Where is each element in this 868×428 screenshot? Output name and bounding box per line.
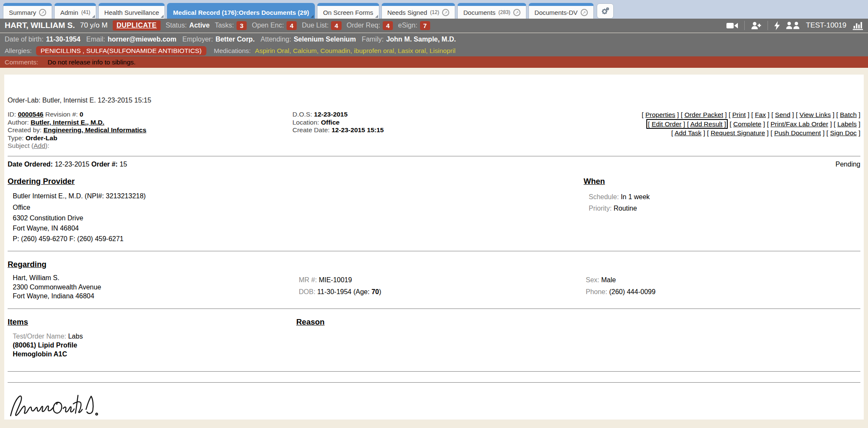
add-person-icon[interactable]: [751, 22, 761, 30]
location-value: Office: [321, 119, 339, 126]
sex-value: Male: [601, 276, 616, 283]
complete-link[interactable]: Complete: [729, 120, 765, 128]
fax-link[interactable]: Fax: [751, 111, 770, 118]
patients-icon[interactable]: [786, 22, 800, 29]
esign-count-badge[interactable]: 7: [420, 21, 430, 30]
signer-name: Butler Internist E., M.D.: [8, 427, 860, 428]
open-enc-count-badge[interactable]: 4: [287, 21, 297, 30]
medication-link[interactable]: Calcium: [293, 47, 320, 54]
order-req-label: Order Req:: [347, 22, 380, 29]
settings-button[interactable]: [597, 3, 614, 19]
chart-id[interactable]: TEST-10019: [806, 21, 846, 30]
batch-link[interactable]: Batch: [836, 111, 860, 118]
document-id-link[interactable]: 0000546: [18, 111, 43, 118]
date-ordered-row: Date Ordered: 12-23-2015 Order #: 15 Pen…: [8, 161, 860, 168]
created-by-link[interactable]: Engineering, Medical Informatics: [43, 126, 146, 133]
ordering-provider-heading: Ordering Provider: [8, 177, 75, 186]
tab-on-screen-forms[interactable]: On Screen Forms: [317, 3, 379, 19]
author-link[interactable]: Butler, Internist E., M.D.: [31, 119, 104, 126]
print-fax-lab-order-link[interactable]: Print/Fax Lab Order: [767, 120, 832, 128]
due-list-label: Due List:: [302, 22, 328, 29]
esign-label: eSign:: [398, 22, 417, 29]
tab-medical-record[interactable]: Medical Record (176):Orders Documents (2…: [167, 3, 315, 19]
popup-icon[interactable]: ↗: [39, 9, 46, 16]
regarding-heading: Regarding: [8, 260, 46, 269]
page: Summary ↗ Admin (41) Health Surveillance…: [0, 0, 868, 428]
comments-text: Do not release info to siblings.: [47, 58, 136, 66]
items-heading: Items: [8, 317, 28, 327]
medication-link[interactable]: Aspirin Oral: [255, 47, 293, 54]
header-icon-group: TEST-10019: [726, 21, 863, 30]
provider-facility: Office: [13, 203, 860, 213]
status-label: Status:: [166, 22, 187, 29]
provider-address2: Fort Wayne, IN 46804: [13, 223, 860, 234]
edit-order-link[interactable]: Edit Order: [648, 120, 685, 128]
add-result-link[interactable]: Add Result: [687, 120, 726, 128]
popup-icon[interactable]: ↗: [581, 9, 588, 16]
email-label: Email:: [86, 36, 105, 43]
order-req-count-badge[interactable]: 4: [383, 21, 393, 30]
medication-link[interactable]: Coumadin: [320, 47, 354, 54]
tab-needs-signed[interactable]: Needs Signed (12) ↗: [381, 3, 456, 19]
comments-label: Comments:: [5, 58, 38, 66]
document-info-middle: D.O.S: 12-23-2015 Location: Office Creat…: [292, 111, 384, 134]
divider: [768, 21, 768, 30]
tab-health-surveillance[interactable]: Health Surveillance: [98, 3, 165, 19]
when-section: When Schedule: In 1 week Priority: Routi…: [584, 168, 650, 214]
order-packet-link[interactable]: Order Packet: [681, 111, 727, 118]
subject-add-link[interactable]: Add: [33, 142, 45, 149]
medication-list: Aspirin OralCalciumCoumadinibuprofen ora…: [255, 47, 456, 55]
focused-link-group: Edit Order Add Result: [646, 119, 728, 129]
regarding-dob-value: 11-30-1954 (Age:: [317, 288, 370, 295]
tab-label: Health Surveillance: [104, 9, 159, 16]
schedule-value: In 1 week: [621, 193, 650, 200]
reason-heading: Reason: [296, 317, 325, 327]
family-label: Family:: [362, 36, 384, 43]
add-task-link[interactable]: Add Task: [671, 129, 705, 136]
allergies-bar: Allergies: PENICILLINS , SULFA(SULFONAMI…: [0, 45, 868, 56]
regarding-address2: Fort Wayne, Indiana 46804: [13, 292, 860, 301]
medication-link[interactable]: ibuprofen oral: [354, 47, 398, 54]
popup-icon[interactable]: ↗: [442, 9, 449, 16]
order-document: Order-Lab: Butler, Internist E. 12-23-20…: [4, 75, 864, 420]
email-value[interactable]: horner@mieweb.com: [108, 36, 176, 43]
medications-label: Medications:: [214, 47, 251, 55]
order-status: Pending: [835, 161, 860, 168]
lightning-icon[interactable]: [774, 21, 780, 30]
flowsheet-chart-icon[interactable]: [853, 21, 863, 30]
test-order-name-value: Labs: [68, 333, 83, 340]
mr-number-value: MIE-10019: [319, 276, 352, 283]
document-actions: Properties Order Packet Print Fax Send V…: [642, 111, 860, 137]
attending-value: Selenium Selenium: [294, 36, 356, 43]
allergy-badge[interactable]: PENICILLINS , SULFA(SULFONAMIDE ANTIBIOT…: [36, 46, 206, 56]
tab-documents[interactable]: Documents (283) ↗: [457, 3, 526, 19]
tab-documents-dv[interactable]: Documents-DV ↗: [529, 3, 594, 19]
regarding-name: Hart, William S.: [13, 273, 860, 283]
view-links-link[interactable]: View Links: [796, 111, 835, 118]
dob-label: Date of birth:: [5, 36, 44, 43]
sign-doc-link[interactable]: Sign Doc: [826, 129, 860, 136]
tab-admin[interactable]: Admin (41): [54, 3, 96, 19]
tab-label: Medical Record (176):Orders Documents (2…: [173, 9, 309, 16]
print-link[interactable]: Print: [729, 111, 749, 118]
tab-label: Admin: [60, 9, 78, 16]
tab-summary[interactable]: Summary ↗: [3, 3, 52, 19]
tasks-count-badge[interactable]: 3: [236, 21, 247, 30]
medication-link[interactable]: Lasix oral: [398, 47, 430, 54]
popup-icon[interactable]: ↗: [513, 9, 520, 16]
medication-link[interactable]: Lisinopril: [429, 47, 455, 54]
properties-link[interactable]: Properties: [642, 111, 679, 118]
create-date-value: 12-23-2015 15:15: [331, 126, 384, 133]
allergies-label: Allergies:: [5, 47, 32, 55]
dos-value: 12-23-2015: [314, 111, 348, 118]
due-list-count-badge[interactable]: 4: [331, 21, 341, 30]
comments-bar: Comments: Do not release info to sibling…: [0, 56, 868, 68]
status-value: Active: [189, 22, 210, 29]
send-link[interactable]: Send: [771, 111, 794, 118]
video-visit-icon[interactable]: [726, 22, 738, 29]
request-signature-link[interactable]: Request Signature: [707, 129, 769, 136]
labels-link[interactable]: Labels: [834, 120, 860, 128]
duplicate-badge[interactable]: DUPLICATE: [113, 20, 161, 31]
push-document-link[interactable]: Push Document: [771, 129, 825, 136]
order-number-value: 15: [120, 161, 127, 168]
